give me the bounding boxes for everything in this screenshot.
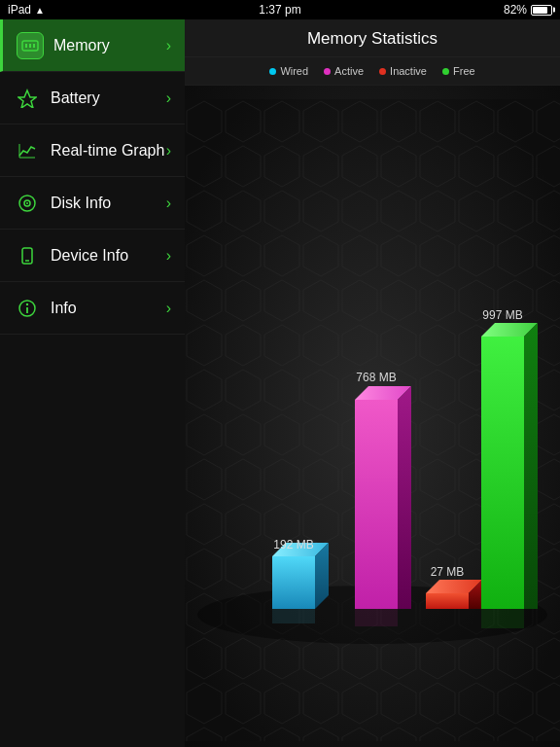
graph-icon bbox=[14, 137, 41, 164]
sidebar: Memory › Battery › Real-time Graph › bbox=[0, 19, 185, 747]
sidebar-label-realtime: Real-time Graph bbox=[51, 142, 166, 160]
svg-rect-3 bbox=[33, 44, 35, 48]
svg-text:192 MB: 192 MB bbox=[273, 538, 313, 551]
legend-label-free: Free bbox=[453, 65, 475, 77]
legend-dot-wired bbox=[269, 68, 276, 75]
sidebar-label-info: Info bbox=[51, 300, 166, 317]
disk-icon bbox=[14, 190, 41, 217]
sidebar-label-battery: Battery bbox=[51, 89, 166, 107]
sidebar-label-device: Device Info bbox=[51, 247, 166, 265]
legend-item-inactive: Inactive bbox=[379, 65, 427, 77]
sidebar-item-device[interactable]: Device Info › bbox=[0, 230, 185, 282]
battery-nav-icon bbox=[14, 85, 41, 112]
chevron-battery: › bbox=[166, 89, 171, 107]
battery-icon bbox=[531, 5, 552, 16]
svg-rect-29 bbox=[426, 593, 469, 609]
status-left: iPad ▲ bbox=[8, 3, 45, 17]
legend-item-wired: Wired bbox=[269, 65, 308, 77]
chevron-device: › bbox=[166, 247, 171, 265]
svg-rect-28 bbox=[355, 609, 398, 626]
device-icon bbox=[14, 242, 41, 269]
legend-dot-free bbox=[442, 68, 449, 75]
svg-marker-4 bbox=[18, 90, 36, 108]
main-layout: Memory › Battery › Real-time Graph › bbox=[0, 19, 560, 747]
svg-point-14 bbox=[26, 302, 28, 304]
legend-label-active: Active bbox=[334, 65, 364, 77]
sidebar-item-info[interactable]: Info › bbox=[0, 282, 185, 335]
chart-svg: 192 MB 768 MB 27 MB bbox=[185, 86, 560, 747]
svg-rect-37 bbox=[481, 609, 524, 628]
legend-dot-active bbox=[324, 68, 331, 75]
sidebar-label-memory: Memory bbox=[53, 37, 166, 54]
legend-item-free: Free bbox=[442, 65, 475, 77]
status-bar: iPad ▲ 1:37 pm 82% bbox=[0, 0, 560, 19]
svg-rect-33 bbox=[481, 337, 524, 609]
chevron-disk: › bbox=[166, 195, 171, 212]
legend-label-wired: Wired bbox=[280, 65, 308, 77]
info-icon bbox=[14, 295, 41, 322]
svg-rect-2 bbox=[29, 44, 31, 48]
legend: WiredActiveInactiveFree bbox=[185, 57, 560, 86]
status-right: 82% bbox=[504, 3, 552, 17]
content-area: Memory Statistics WiredActiveInactiveFre… bbox=[185, 19, 560, 747]
svg-text:27 MB: 27 MB bbox=[431, 565, 465, 579]
chevron-realtime: › bbox=[166, 142, 171, 160]
svg-rect-24 bbox=[355, 400, 398, 609]
wifi-icon: ▲ bbox=[35, 5, 45, 16]
device-label: iPad bbox=[8, 3, 31, 17]
svg-rect-1 bbox=[25, 44, 27, 48]
svg-marker-26 bbox=[398, 386, 411, 609]
content-title: Memory Statistics bbox=[307, 29, 438, 48]
memory-icon bbox=[17, 32, 44, 59]
chart-area: 192 MB 768 MB 27 MB bbox=[185, 86, 560, 747]
sidebar-item-battery[interactable]: Battery › bbox=[0, 72, 185, 124]
legend-dot-inactive bbox=[379, 68, 386, 75]
content-header: Memory Statistics bbox=[185, 19, 560, 57]
svg-rect-19 bbox=[272, 556, 315, 609]
svg-marker-35 bbox=[524, 323, 538, 609]
battery-percent: 82% bbox=[504, 3, 527, 17]
sidebar-item-realtime[interactable]: Real-time Graph › bbox=[0, 124, 185, 177]
svg-rect-23 bbox=[272, 609, 315, 623]
legend-item-active: Active bbox=[324, 65, 364, 77]
svg-text:997 MB: 997 MB bbox=[482, 308, 522, 322]
svg-point-9 bbox=[26, 202, 28, 204]
chevron-info: › bbox=[166, 300, 171, 317]
sidebar-item-memory[interactable]: Memory › bbox=[0, 19, 185, 72]
sidebar-label-disk: Disk Info bbox=[51, 195, 166, 212]
sidebar-item-disk[interactable]: Disk Info › bbox=[0, 177, 185, 230]
chevron-memory: › bbox=[166, 37, 171, 54]
status-time: 1:37 pm bbox=[259, 3, 300, 17]
legend-label-inactive: Inactive bbox=[390, 65, 427, 77]
svg-text:768 MB: 768 MB bbox=[356, 371, 396, 384]
